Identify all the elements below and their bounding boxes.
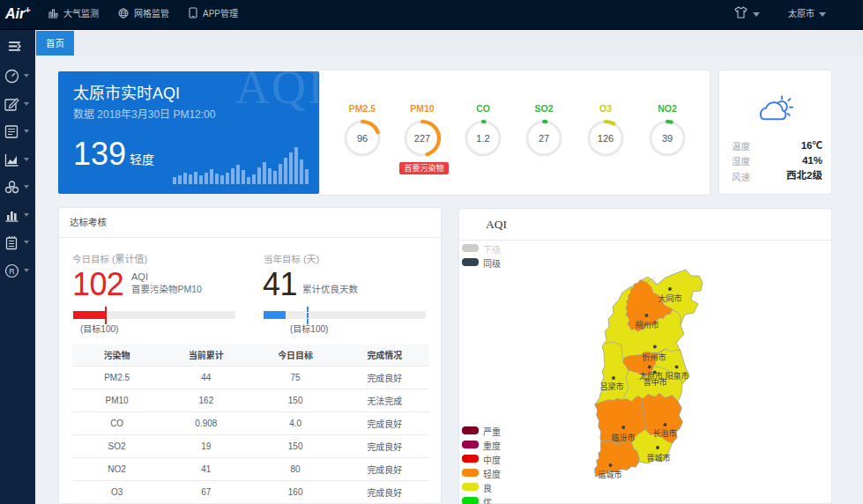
svg-text:晋城市: 晋城市 xyxy=(646,453,670,463)
svg-text:吕梁市: 吕梁市 xyxy=(599,382,623,391)
svg-text:朔州市: 朔州市 xyxy=(635,320,658,330)
svg-text:阳泉市: 阳泉市 xyxy=(665,371,688,381)
svg-text:R: R xyxy=(9,267,15,276)
svg-text:晋中市: 晋中市 xyxy=(644,377,667,387)
svg-text:临汾市: 临汾市 xyxy=(611,433,635,442)
svg-text:运城市: 运城市 xyxy=(598,470,621,479)
svg-text:大同市: 大同市 xyxy=(658,293,681,303)
svg-text:长治市: 长治市 xyxy=(652,428,676,438)
svg-text:忻州市: 忻州市 xyxy=(642,352,666,362)
